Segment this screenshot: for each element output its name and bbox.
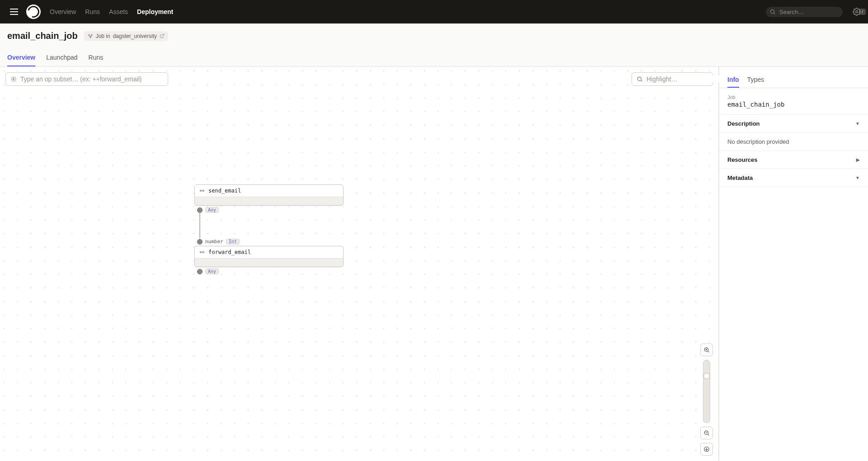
dagster-logo[interactable] — [26, 5, 41, 19]
port-dot-icon — [197, 207, 203, 213]
zoom-slider[interactable] — [703, 360, 710, 423]
top-nav: Overview Runs Assets Deployment / — [0, 0, 868, 24]
svg-point-2 — [856, 11, 858, 13]
zoom-controls — [700, 343, 713, 456]
tab-launchpad[interactable]: Launchpad — [46, 49, 77, 66]
op-node-forward-email[interactable]: forward_email — [194, 246, 344, 267]
port-type-badge: Any — [205, 207, 219, 213]
op-icon — [199, 188, 205, 193]
page-header: email_chain_job Job in dagster_universit… — [0, 24, 868, 67]
job-label: Job — [727, 94, 860, 100]
graph-canvas[interactable]: send_email Any number Int — [0, 67, 718, 461]
gear-icon[interactable] — [853, 8, 861, 16]
hamburger-icon[interactable] — [7, 6, 21, 18]
op-node-send-email[interactable]: send_email — [194, 184, 344, 206]
metadata-section-head[interactable]: Metadata ▼ — [719, 169, 868, 187]
port-label: number — [205, 239, 223, 245]
tab-overview[interactable]: Overview — [7, 49, 35, 66]
description-body: No description provided — [719, 133, 868, 151]
global-search-input[interactable] — [779, 9, 855, 15]
open-external-icon — [160, 33, 165, 38]
svg-point-5 — [90, 37, 91, 38]
output-port-forward-email[interactable]: Any — [197, 268, 219, 274]
nav-overview[interactable]: Overview — [50, 8, 76, 15]
metadata-label: Metadata — [727, 174, 753, 181]
graph-edge — [199, 212, 200, 239]
side-tab-types[interactable]: Types — [747, 72, 764, 88]
page-title: email_chain_job — [7, 31, 78, 41]
svg-point-22 — [203, 252, 204, 253]
input-port-forward-email[interactable]: number Int — [197, 239, 240, 245]
workflow-icon — [88, 33, 93, 39]
zoom-slider-thumb[interactable] — [703, 373, 710, 379]
download-svg-button[interactable] — [700, 443, 713, 456]
svg-point-4 — [91, 34, 92, 35]
nav-links: Overview Runs Assets Deployment — [50, 8, 760, 15]
port-dot-icon — [197, 239, 203, 245]
description-label: Description — [727, 120, 760, 127]
port-dot-icon — [197, 269, 203, 274]
zoom-in-button[interactable] — [700, 343, 713, 356]
job-location-link[interactable]: dagster_university — [113, 33, 157, 39]
tab-runs[interactable]: Runs — [89, 49, 104, 66]
chevron-down-icon: ▼ — [855, 121, 860, 126]
zoom-out-button[interactable] — [700, 427, 713, 439]
port-type-badge: Any — [205, 268, 219, 274]
output-port-send-email[interactable]: Any — [197, 207, 219, 213]
svg-point-18 — [200, 190, 202, 192]
svg-line-1 — [774, 13, 775, 14]
svg-point-3 — [89, 34, 90, 35]
job-tag-prefix: Job in — [96, 33, 110, 39]
port-type-badge: Int — [226, 239, 240, 245]
op-icon — [199, 249, 205, 255]
nav-runs[interactable]: Runs — [85, 8, 100, 15]
search-icon — [769, 9, 776, 15]
job-location-tag[interactable]: Job in dagster_university — [84, 31, 168, 41]
side-tabs: Info Types — [719, 67, 868, 88]
job-name: email_chain_job — [727, 101, 860, 108]
svg-line-25 — [708, 351, 709, 353]
content-area: send_email Any number Int — [0, 67, 868, 461]
global-search[interactable]: / — [766, 7, 843, 17]
resources-label: Resources — [727, 156, 757, 163]
op-title: forward_email — [208, 249, 251, 255]
job-info-section: Job email_chain_job — [719, 88, 868, 115]
chevron-right-icon: ▶ — [856, 157, 860, 162]
svg-line-29 — [708, 434, 709, 436]
svg-point-21 — [200, 252, 202, 253]
job-tabs: Overview Launchpad Runs — [7, 49, 861, 66]
svg-line-6 — [162, 34, 164, 36]
side-tab-info[interactable]: Info — [727, 72, 739, 88]
chevron-down-icon: ▼ — [855, 175, 860, 180]
description-section-head[interactable]: Description ▼ — [719, 115, 868, 133]
svg-point-19 — [203, 190, 204, 192]
svg-point-0 — [770, 9, 774, 13]
nav-assets[interactable]: Assets — [109, 8, 128, 15]
graph-panel[interactable]: send_email Any number Int — [0, 67, 719, 461]
side-panel: Info Types Job email_chain_job Descripti… — [719, 67, 868, 461]
op-title: send_email — [208, 188, 241, 194]
resources-section-head[interactable]: Resources ▶ — [719, 151, 868, 169]
nav-deployment[interactable]: Deployment — [137, 8, 173, 15]
